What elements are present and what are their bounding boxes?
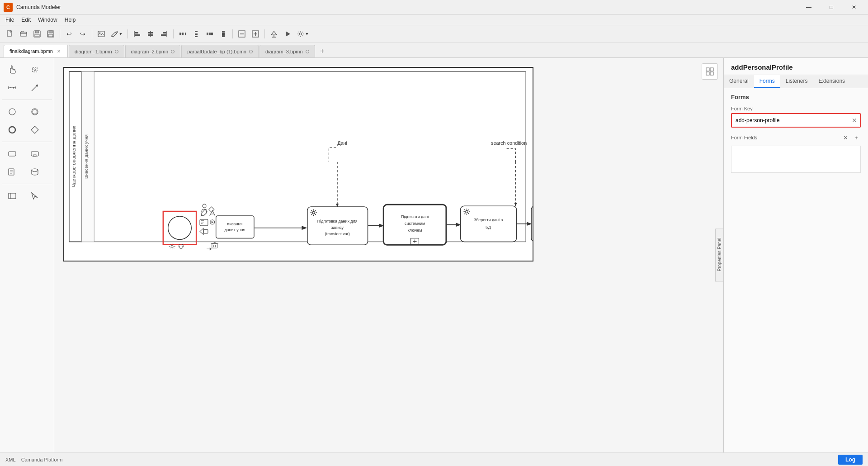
maximize-button[interactable]: □ bbox=[821, 0, 842, 14]
config-button[interactable]: ▼ bbox=[295, 28, 311, 40]
svg-rect-18 bbox=[163, 32, 166, 33]
align-right-button[interactable] bbox=[158, 28, 170, 40]
deploy-button[interactable] bbox=[268, 28, 280, 40]
start-event-tool[interactable] bbox=[2, 104, 23, 120]
tab-dot-diagram2 bbox=[171, 50, 175, 53]
prop-tab-general[interactable]: General bbox=[724, 75, 754, 88]
align-left-button[interactable] bbox=[131, 28, 143, 40]
space-h-button[interactable] bbox=[176, 28, 189, 40]
svg-rect-73 bbox=[69, 71, 526, 242]
lasso-tool[interactable] bbox=[24, 62, 45, 78]
form-key-input[interactable] bbox=[732, 114, 849, 126]
log-button[interactable]: Log bbox=[838, 455, 863, 465]
open-button[interactable] bbox=[17, 28, 30, 40]
prop-tab-forms[interactable]: Forms bbox=[754, 75, 780, 88]
edit-mode-button[interactable]: ▼ bbox=[108, 28, 125, 40]
collapse-button[interactable] bbox=[236, 28, 248, 40]
menu-help[interactable]: Help bbox=[61, 16, 80, 24]
tab-label: diagram_3.bpmn bbox=[265, 49, 303, 54]
svg-rect-94 bbox=[212, 243, 217, 248]
tab-finalkdiagram[interactable]: finalkdiagram.bpmn ✕ bbox=[4, 45, 68, 57]
tab-label: diagram_2.bpmn bbox=[131, 49, 169, 54]
svg-rect-16 bbox=[148, 34, 153, 36]
svg-point-89 bbox=[203, 204, 206, 208]
space-tool[interactable] bbox=[2, 80, 23, 96]
prop-tab-extensions[interactable]: Extensions bbox=[813, 75, 850, 88]
svg-marker-42 bbox=[286, 31, 290, 37]
gateway-tool[interactable] bbox=[24, 122, 45, 138]
form-fields-area bbox=[731, 146, 861, 173]
xml-label[interactable]: XML bbox=[5, 457, 16, 462]
app-title: Camunda Modeler bbox=[16, 4, 798, 10]
redo-button[interactable]: ↪ bbox=[76, 28, 89, 40]
insert-image-button[interactable] bbox=[95, 28, 108, 40]
distribute-h-button[interactable] bbox=[203, 28, 216, 40]
menu-file[interactable]: File bbox=[2, 16, 18, 24]
svg-rect-3 bbox=[35, 31, 39, 33]
menu-window[interactable]: Window bbox=[34, 16, 61, 24]
prop-tab-listeners[interactable]: Listeners bbox=[780, 75, 813, 88]
undo-button[interactable]: ↩ bbox=[63, 28, 75, 40]
canvas[interactable]: Properties Panel Часткове оновлення дани… bbox=[54, 58, 723, 452]
svg-point-44 bbox=[34, 69, 36, 71]
intermediate-event-tool[interactable] bbox=[24, 104, 45, 120]
svg-marker-83 bbox=[200, 228, 203, 235]
svg-marker-49 bbox=[13, 87, 14, 89]
selection-tool[interactable] bbox=[24, 188, 45, 204]
tab-diagram1[interactable]: diagram_1.bpmn bbox=[69, 45, 124, 57]
svg-text:Підготовка даних для: Підготовка даних для bbox=[317, 219, 358, 223]
save-button[interactable] bbox=[31, 28, 43, 40]
space-v-button[interactable] bbox=[190, 28, 203, 40]
form-fields-header: Form Fields ✕ + bbox=[731, 133, 861, 142]
properties-panel-toggle[interactable]: Properties Panel bbox=[715, 228, 723, 282]
task-tool[interactable] bbox=[2, 146, 23, 162]
end-event-tool[interactable] bbox=[2, 122, 23, 138]
svg-text:Внесення даних учня: Внесення даних учня bbox=[84, 134, 89, 179]
annotation-tool[interactable] bbox=[2, 164, 23, 180]
form-fields-clear-button[interactable]: ✕ bbox=[841, 133, 850, 142]
svg-text:Зберегти дані в: Зберегти дані в bbox=[474, 218, 503, 222]
save-as-button[interactable]: + bbox=[44, 28, 57, 40]
run-button[interactable] bbox=[281, 28, 294, 40]
svg-rect-69 bbox=[706, 72, 709, 75]
svg-rect-76 bbox=[82, 71, 526, 242]
form-fields-add-button[interactable]: + bbox=[852, 133, 861, 142]
tab-partialupdate[interactable]: partialUpdate_bp (1).bpmn bbox=[181, 45, 259, 57]
tab-label: diagram_1.bpmn bbox=[75, 49, 112, 54]
close-button[interactable]: ✕ bbox=[844, 0, 864, 14]
svg-rect-82 bbox=[200, 219, 208, 226]
pool-tool[interactable] bbox=[2, 188, 23, 204]
tab-diagram3[interactable]: diagram_3.bpmn bbox=[259, 45, 315, 57]
tab-diagram2[interactable]: diagram_2.bpmn bbox=[125, 45, 181, 57]
svg-rect-124 bbox=[531, 206, 533, 242]
hand-tool[interactable] bbox=[2, 62, 23, 78]
canvas-diagram[interactable]: Часткове оновлення даних Внесення даних … bbox=[63, 67, 533, 262]
svg-rect-25 bbox=[195, 31, 198, 32]
expand-button[interactable] bbox=[249, 28, 262, 40]
svg-text:search condition: search condition bbox=[491, 140, 527, 146]
titlebar: C Camunda Modeler — □ ✕ bbox=[0, 0, 868, 14]
svg-rect-30 bbox=[211, 33, 213, 35]
minimize-button[interactable]: — bbox=[798, 0, 819, 14]
svg-rect-57 bbox=[9, 152, 16, 156]
window-controls: — □ ✕ bbox=[798, 0, 864, 14]
new-button[interactable] bbox=[4, 28, 16, 40]
menu-edit[interactable]: Edit bbox=[18, 16, 34, 24]
svg-rect-22 bbox=[185, 33, 186, 35]
svg-rect-26 bbox=[195, 33, 198, 35]
data-store-tool[interactable] bbox=[24, 164, 45, 180]
svg-marker-86 bbox=[212, 221, 214, 223]
form-key-clear-button[interactable]: ✕ bbox=[849, 114, 860, 127]
distribute-v-button[interactable] bbox=[217, 28, 230, 40]
subprocess-tool[interactable] bbox=[24, 146, 45, 162]
form-key-label: Form Key bbox=[731, 106, 861, 111]
tab-add-button[interactable]: + bbox=[316, 45, 329, 57]
connect-tool[interactable] bbox=[24, 80, 45, 96]
svg-text:БД: БД bbox=[486, 225, 491, 229]
align-center-button[interactable] bbox=[144, 28, 157, 40]
svg-point-64 bbox=[32, 169, 38, 171]
tab-close-finalkdiagram[interactable]: ✕ bbox=[56, 48, 62, 54]
minimap-toggle[interactable] bbox=[702, 63, 718, 80]
properties-content: Forms Form Key ✕ Form Fields ✕ + bbox=[724, 88, 868, 452]
svg-rect-1 bbox=[20, 32, 27, 36]
